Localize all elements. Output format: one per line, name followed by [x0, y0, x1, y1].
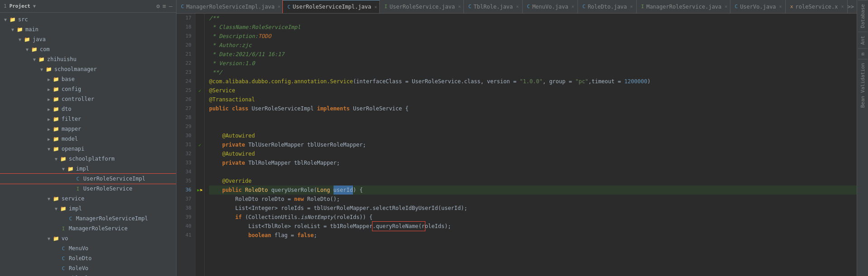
tab-overflow[interactable]: >> [848, 4, 857, 10]
tree-item-config[interactable]: ▶ 📁 config [0, 84, 176, 94]
line-num-36: 36 [178, 186, 191, 195]
code-line-29 [209, 122, 857, 131]
tab-roledto[interactable]: C RoleDto.java × [578, 0, 637, 14]
tree-item-impl2[interactable]: ▼ 📁 impl [0, 204, 176, 214]
tab-tblrole[interactable]: C TblRole.java × [464, 0, 523, 14]
tab-close-button[interactable]: × [374, 5, 377, 10]
tab-roleservice-x[interactable]: x roleService.x × [786, 0, 848, 14]
tab-label: TblRole.java [474, 4, 513, 10]
tab-userroleserviceimpl[interactable]: C UserRoleServiceImpl.java × [283, 0, 380, 14]
tab-java-icon: C [582, 4, 586, 10]
tab-overflow-indicator: >> [848, 4, 854, 10]
tree-label: RoleDto [69, 255, 92, 262]
tree-item-managerroleserviceimpl[interactable]: C ManagerRoleServiceImpl [0, 214, 176, 224]
tab-userroleservice[interactable]: I UserRoleService.java × [380, 0, 464, 14]
code-line-24: @com.alibaba.dubbo.config.annotation.Ser… [209, 77, 857, 86]
tab-menuvo[interactable]: C MenuVo.java × [523, 0, 578, 14]
tab-managerroleserviceimpl[interactable]: C ManagerRoleServiceImpl.java × [176, 0, 283, 14]
tab-close-button[interactable]: × [841, 4, 844, 9]
java-class-icon: C [74, 175, 81, 182]
right-panel-ant[interactable]: Ant [858, 32, 868, 48]
tree-item-java[interactable]: ▼ 📁 java [0, 34, 176, 44]
line-num-33: 33 [178, 158, 191, 167]
tree-item-userroleserviceimpl[interactable]: C UserRoleServiceImpl [0, 174, 176, 184]
tree-item-roledto[interactable]: C RoleDto [0, 253, 176, 263]
right-panel-m[interactable]: m [858, 48, 868, 59]
tab-close-button[interactable]: × [278, 4, 281, 9]
line-num-30: 30 [178, 131, 191, 140]
tree-item-src[interactable]: ▼ 📁 src [0, 14, 176, 24]
line-num-25: 25 [178, 86, 191, 95]
tree-item-impl[interactable]: ▼ 📁 impl [0, 164, 176, 174]
menu-icon[interactable]: ≡ [162, 3, 166, 10]
folder-icon: 📁 [31, 46, 38, 53]
gutter-line [196, 195, 204, 204]
tree-item-dto[interactable]: ▶ 📁 dto [0, 104, 176, 114]
tab-label: RoleDto.java [588, 4, 627, 10]
tab-label: UserVo.java [740, 4, 776, 10]
tree-item-menuvo[interactable]: C MenuVo [0, 243, 176, 253]
tree-item-openapi[interactable]: ▼ 📁 openapi [0, 144, 176, 154]
gutter-line [196, 59, 204, 68]
tab-close-button[interactable]: × [516, 4, 519, 9]
right-panel-bean-validation[interactable]: Bean Validation [858, 59, 868, 111]
sidebar-header: 1 Project ▼ ⚙ ≡ – [0, 0, 176, 13]
code-editor[interactable]: /** * ClassName:RoleServiceImpl * Descri… [205, 14, 857, 276]
tab-label: UserRoleServiceImpl.java [293, 4, 371, 10]
editor-area: C ManagerRoleServiceImpl.java × C UserRo… [176, 0, 857, 276]
tree-item-model[interactable]: ▶ 📁 model [0, 134, 176, 144]
sidebar-dropdown-icon[interactable]: ▼ [33, 4, 36, 9]
tree-item-tblrole[interactable]: C TblRole [0, 273, 176, 276]
tree-item-mapper[interactable]: ▶ 📁 mapper [0, 124, 176, 134]
tree-item-zhihuishu[interactable]: ▼ 📁 zhihuishu [0, 54, 176, 64]
gutter-line-25: ✓ [196, 86, 204, 95]
gutter-line [196, 222, 204, 231]
tree-item-com[interactable]: ▼ 📁 com [0, 44, 176, 54]
right-panel: Database Ant m Bean Validation [857, 0, 868, 276]
tree-item-schoolplatform[interactable]: ▼ 📁 schoolplatform [0, 154, 176, 164]
code-line-39: if (CollectionUtils.isNotEmpty(roleIds))… [209, 213, 857, 222]
tree-item-managerroleservice[interactable]: I ManagerRoleService [0, 224, 176, 233]
tab-close-button[interactable]: × [630, 4, 633, 9]
project-number: 1 [4, 3, 7, 9]
tab-close-button[interactable]: × [779, 4, 782, 9]
tab-close-button[interactable]: × [572, 4, 574, 9]
tab-managerroleservice[interactable]: I ManagerRoleService.java × [637, 0, 730, 14]
tree-label: controller [62, 96, 94, 102]
tree-item-schoolmanager[interactable]: ▼ 📁 schoolmanager [0, 64, 176, 74]
tab-close-button[interactable]: × [458, 4, 461, 9]
gutter-line [196, 95, 204, 104]
settings-icon[interactable]: ⚙ [157, 3, 160, 10]
minimize-icon[interactable]: – [169, 3, 172, 10]
tree-label: openapi [62, 146, 85, 152]
line-num-26: 26 [178, 95, 191, 104]
code-line-18: * ClassName:RoleServiceImpl [209, 23, 857, 32]
right-panel-database[interactable]: Database [858, 0, 868, 32]
tree-label: src [18, 16, 28, 23]
tree-label: ManagerRoleServiceImpl [76, 215, 148, 222]
tree-item-filter[interactable]: ▶ 📁 filter [0, 114, 176, 124]
gutter: ✓ ✓ ▶ ⚑ [196, 14, 205, 276]
tree-item-vo[interactable]: ▼ 📁 vo [0, 233, 176, 243]
tree-label: impl [76, 166, 89, 172]
tree-item-rolevo[interactable]: C RoleVo [0, 263, 176, 273]
line-num-35: 35 [178, 176, 191, 186]
tree-item-controller[interactable]: ▶ 📁 controller [0, 94, 176, 104]
code-line-31: private TblUserRoleMapper tblUserRoleMap… [209, 140, 857, 149]
tree-label: mapper [62, 126, 81, 132]
tab-uservo[interactable]: C UserVo.java × [730, 0, 786, 14]
tab-java-icon: C [287, 4, 291, 10]
tree-label: UserRoleService [83, 186, 132, 192]
gutter-line [196, 41, 204, 50]
code-line-27: public class UserRoleServiceImpl impleme… [209, 104, 857, 113]
tab-close-button[interactable]: × [725, 4, 727, 9]
tree-item-userroleservice[interactable]: I UserRoleService [0, 184, 176, 194]
gutter-check-icon: ✓ [198, 143, 201, 148]
tree-item-base[interactable]: ▶ 📁 base [0, 74, 176, 84]
line-num-18: 18 [178, 23, 191, 32]
expand-arrow: ▶ [45, 97, 52, 102]
tree-item-main[interactable]: ▼ 📁 main [0, 24, 176, 34]
code-line-33: private TblRoleMapper tblRoleMapper; [209, 158, 857, 167]
expand-arrow: ▼ [52, 206, 60, 211]
tree-item-service[interactable]: ▼ 📁 service [0, 194, 176, 204]
